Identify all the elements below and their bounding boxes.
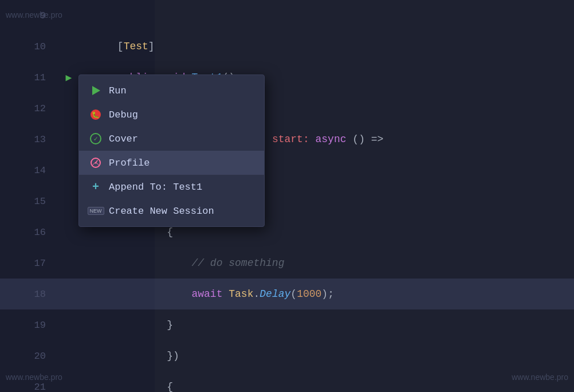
line-content-10: [Test] [80, 29, 155, 64]
append-icon: + [89, 181, 102, 193]
menu-label-profile: Profile [109, 158, 150, 168]
context-menu: Run 🐛 Debug ✓ Cover Profile + Appen [78, 75, 265, 227]
cover-icon: ✓ [89, 132, 102, 145]
run-icon [89, 84, 102, 97]
code-line-10: 10 [Test] [0, 31, 574, 62]
line-num-19: 19 [0, 320, 57, 331]
menu-item-debug[interactable]: 🐛 Debug [79, 103, 264, 127]
code-line-19: 19 } [0, 309, 574, 340]
profile-icon [89, 156, 102, 169]
line-num-14: 14 [0, 165, 57, 176]
menu-label-debug: Debug [109, 109, 138, 120]
line-num-15: 15 [0, 196, 57, 207]
menu-item-cover[interactable]: ✓ Cover [79, 127, 264, 151]
menu-item-run[interactable]: Run [79, 79, 264, 103]
line-content-21: { [80, 370, 173, 392]
menu-label-append: Append To: Test1 [109, 182, 202, 193]
menu-label-new-session: Create New Session [109, 206, 214, 217]
code-line-21: 21 { [0, 371, 574, 392]
menu-label-run: Run [109, 85, 127, 96]
line-num-12: 12 [0, 103, 57, 114]
line-num-11: 11 [0, 72, 57, 83]
line-content-19: } [80, 308, 173, 342]
line-num-21: 21 [0, 382, 57, 393]
menu-item-new-session[interactable]: NEW Create New Session [79, 199, 264, 223]
line-num-18: 18 [0, 289, 57, 300]
line-num-20: 20 [0, 351, 57, 362]
menu-item-profile[interactable]: Profile [79, 151, 264, 175]
menu-item-append[interactable]: + Append To: Test1 [79, 175, 264, 199]
code-line-17: 17 // do something [0, 248, 574, 279]
line-num-10: 10 [0, 41, 57, 52]
menu-label-cover: Cover [109, 134, 138, 144]
debug-icon: 🐛 [89, 108, 102, 121]
line-content-18: await Task.Delay(1000); [80, 277, 334, 311]
line-num-16: 16 [0, 227, 57, 238]
code-line-9: 9 [0, 0, 574, 31]
line-num-17: 17 [0, 258, 57, 269]
line-content-20: }) [80, 339, 179, 373]
line-content-17: // do something [80, 246, 284, 280]
code-line-18: 18 await Task.Delay(1000); [0, 279, 574, 309]
new-session-icon: NEW [89, 205, 102, 217]
code-line-20: 20 }) [0, 340, 574, 371]
line-num-13: 13 [0, 134, 57, 145]
line-num-9: 9 [0, 10, 57, 21]
